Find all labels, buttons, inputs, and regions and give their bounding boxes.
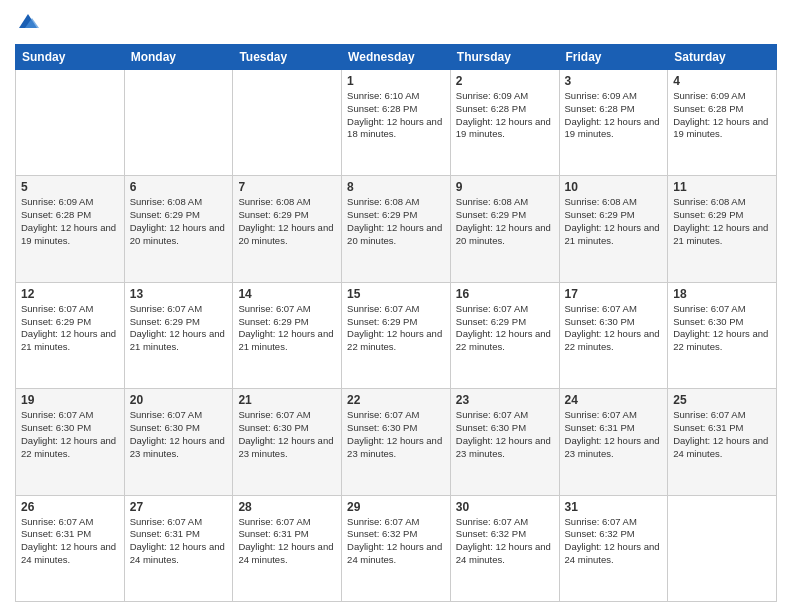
calendar-cell: 28Sunrise: 6:07 AM Sunset: 6:31 PM Dayli… <box>233 495 342 601</box>
day-info: Sunrise: 6:07 AM Sunset: 6:31 PM Dayligh… <box>673 409 771 460</box>
day-number: 31 <box>565 500 663 514</box>
week-row-4: 26Sunrise: 6:07 AM Sunset: 6:31 PM Dayli… <box>16 495 777 601</box>
calendar-page: SundayMondayTuesdayWednesdayThursdayFrid… <box>0 0 792 612</box>
calendar-cell: 8Sunrise: 6:08 AM Sunset: 6:29 PM Daylig… <box>342 176 451 282</box>
calendar-table: SundayMondayTuesdayWednesdayThursdayFrid… <box>15 44 777 602</box>
day-info: Sunrise: 6:07 AM Sunset: 6:32 PM Dayligh… <box>347 516 445 567</box>
week-row-0: 1Sunrise: 6:10 AM Sunset: 6:28 PM Daylig… <box>16 70 777 176</box>
day-number: 15 <box>347 287 445 301</box>
day-info: Sunrise: 6:07 AM Sunset: 6:29 PM Dayligh… <box>347 303 445 354</box>
calendar-cell: 14Sunrise: 6:07 AM Sunset: 6:29 PM Dayli… <box>233 282 342 388</box>
col-header-tuesday: Tuesday <box>233 45 342 70</box>
calendar-cell <box>233 70 342 176</box>
calendar-cell: 4Sunrise: 6:09 AM Sunset: 6:28 PM Daylig… <box>668 70 777 176</box>
day-info: Sunrise: 6:09 AM Sunset: 6:28 PM Dayligh… <box>21 196 119 247</box>
calendar-cell: 21Sunrise: 6:07 AM Sunset: 6:30 PM Dayli… <box>233 389 342 495</box>
day-info: Sunrise: 6:08 AM Sunset: 6:29 PM Dayligh… <box>673 196 771 247</box>
day-info: Sunrise: 6:08 AM Sunset: 6:29 PM Dayligh… <box>347 196 445 247</box>
calendar-cell: 10Sunrise: 6:08 AM Sunset: 6:29 PM Dayli… <box>559 176 668 282</box>
calendar-cell: 27Sunrise: 6:07 AM Sunset: 6:31 PM Dayli… <box>124 495 233 601</box>
calendar-cell: 25Sunrise: 6:07 AM Sunset: 6:31 PM Dayli… <box>668 389 777 495</box>
col-header-sunday: Sunday <box>16 45 125 70</box>
header-row: SundayMondayTuesdayWednesdayThursdayFrid… <box>16 45 777 70</box>
day-info: Sunrise: 6:07 AM Sunset: 6:29 PM Dayligh… <box>456 303 554 354</box>
day-number: 20 <box>130 393 228 407</box>
col-header-saturday: Saturday <box>668 45 777 70</box>
day-number: 17 <box>565 287 663 301</box>
day-info: Sunrise: 6:07 AM Sunset: 6:30 PM Dayligh… <box>130 409 228 460</box>
logo <box>15 10 39 36</box>
calendar-cell: 26Sunrise: 6:07 AM Sunset: 6:31 PM Dayli… <box>16 495 125 601</box>
day-info: Sunrise: 6:07 AM Sunset: 6:30 PM Dayligh… <box>673 303 771 354</box>
day-info: Sunrise: 6:07 AM Sunset: 6:31 PM Dayligh… <box>130 516 228 567</box>
day-number: 4 <box>673 74 771 88</box>
day-number: 5 <box>21 180 119 194</box>
calendar-cell: 12Sunrise: 6:07 AM Sunset: 6:29 PM Dayli… <box>16 282 125 388</box>
day-info: Sunrise: 6:09 AM Sunset: 6:28 PM Dayligh… <box>456 90 554 141</box>
col-header-thursday: Thursday <box>450 45 559 70</box>
week-row-3: 19Sunrise: 6:07 AM Sunset: 6:30 PM Dayli… <box>16 389 777 495</box>
day-number: 9 <box>456 180 554 194</box>
day-info: Sunrise: 6:08 AM Sunset: 6:29 PM Dayligh… <box>565 196 663 247</box>
day-number: 1 <box>347 74 445 88</box>
day-number: 13 <box>130 287 228 301</box>
calendar-cell: 23Sunrise: 6:07 AM Sunset: 6:30 PM Dayli… <box>450 389 559 495</box>
day-info: Sunrise: 6:07 AM Sunset: 6:31 PM Dayligh… <box>238 516 336 567</box>
day-number: 12 <box>21 287 119 301</box>
calendar-cell <box>16 70 125 176</box>
day-info: Sunrise: 6:08 AM Sunset: 6:29 PM Dayligh… <box>238 196 336 247</box>
calendar-cell: 7Sunrise: 6:08 AM Sunset: 6:29 PM Daylig… <box>233 176 342 282</box>
calendar-cell: 20Sunrise: 6:07 AM Sunset: 6:30 PM Dayli… <box>124 389 233 495</box>
day-number: 7 <box>238 180 336 194</box>
day-info: Sunrise: 6:07 AM Sunset: 6:30 PM Dayligh… <box>238 409 336 460</box>
day-info: Sunrise: 6:07 AM Sunset: 6:32 PM Dayligh… <box>565 516 663 567</box>
col-header-monday: Monday <box>124 45 233 70</box>
calendar-cell: 24Sunrise: 6:07 AM Sunset: 6:31 PM Dayli… <box>559 389 668 495</box>
day-number: 11 <box>673 180 771 194</box>
day-number: 25 <box>673 393 771 407</box>
day-info: Sunrise: 6:08 AM Sunset: 6:29 PM Dayligh… <box>130 196 228 247</box>
calendar-cell: 9Sunrise: 6:08 AM Sunset: 6:29 PM Daylig… <box>450 176 559 282</box>
day-number: 18 <box>673 287 771 301</box>
page-header <box>15 10 777 36</box>
calendar-cell <box>668 495 777 601</box>
day-number: 3 <box>565 74 663 88</box>
day-number: 24 <box>565 393 663 407</box>
day-info: Sunrise: 6:09 AM Sunset: 6:28 PM Dayligh… <box>673 90 771 141</box>
day-info: Sunrise: 6:07 AM Sunset: 6:30 PM Dayligh… <box>347 409 445 460</box>
day-info: Sunrise: 6:07 AM Sunset: 6:31 PM Dayligh… <box>21 516 119 567</box>
day-info: Sunrise: 6:07 AM Sunset: 6:30 PM Dayligh… <box>456 409 554 460</box>
calendar-cell: 5Sunrise: 6:09 AM Sunset: 6:28 PM Daylig… <box>16 176 125 282</box>
day-number: 28 <box>238 500 336 514</box>
logo-icon <box>17 10 39 32</box>
day-info: Sunrise: 6:08 AM Sunset: 6:29 PM Dayligh… <box>456 196 554 247</box>
day-number: 22 <box>347 393 445 407</box>
day-info: Sunrise: 6:07 AM Sunset: 6:30 PM Dayligh… <box>565 303 663 354</box>
day-number: 10 <box>565 180 663 194</box>
day-info: Sunrise: 6:09 AM Sunset: 6:28 PM Dayligh… <box>565 90 663 141</box>
day-number: 29 <box>347 500 445 514</box>
day-info: Sunrise: 6:07 AM Sunset: 6:29 PM Dayligh… <box>21 303 119 354</box>
day-number: 23 <box>456 393 554 407</box>
day-info: Sunrise: 6:07 AM Sunset: 6:29 PM Dayligh… <box>238 303 336 354</box>
calendar-cell: 19Sunrise: 6:07 AM Sunset: 6:30 PM Dayli… <box>16 389 125 495</box>
calendar-cell: 3Sunrise: 6:09 AM Sunset: 6:28 PM Daylig… <box>559 70 668 176</box>
calendar-cell: 17Sunrise: 6:07 AM Sunset: 6:30 PM Dayli… <box>559 282 668 388</box>
day-number: 14 <box>238 287 336 301</box>
calendar-cell: 2Sunrise: 6:09 AM Sunset: 6:28 PM Daylig… <box>450 70 559 176</box>
calendar-cell <box>124 70 233 176</box>
day-info: Sunrise: 6:07 AM Sunset: 6:30 PM Dayligh… <box>21 409 119 460</box>
calendar-cell: 29Sunrise: 6:07 AM Sunset: 6:32 PM Dayli… <box>342 495 451 601</box>
day-info: Sunrise: 6:07 AM Sunset: 6:29 PM Dayligh… <box>130 303 228 354</box>
calendar-cell: 1Sunrise: 6:10 AM Sunset: 6:28 PM Daylig… <box>342 70 451 176</box>
calendar-cell: 16Sunrise: 6:07 AM Sunset: 6:29 PM Dayli… <box>450 282 559 388</box>
day-number: 6 <box>130 180 228 194</box>
week-row-1: 5Sunrise: 6:09 AM Sunset: 6:28 PM Daylig… <box>16 176 777 282</box>
day-number: 19 <box>21 393 119 407</box>
col-header-friday: Friday <box>559 45 668 70</box>
day-number: 27 <box>130 500 228 514</box>
day-number: 16 <box>456 287 554 301</box>
calendar-cell: 31Sunrise: 6:07 AM Sunset: 6:32 PM Dayli… <box>559 495 668 601</box>
calendar-cell: 18Sunrise: 6:07 AM Sunset: 6:30 PM Dayli… <box>668 282 777 388</box>
calendar-cell: 13Sunrise: 6:07 AM Sunset: 6:29 PM Dayli… <box>124 282 233 388</box>
